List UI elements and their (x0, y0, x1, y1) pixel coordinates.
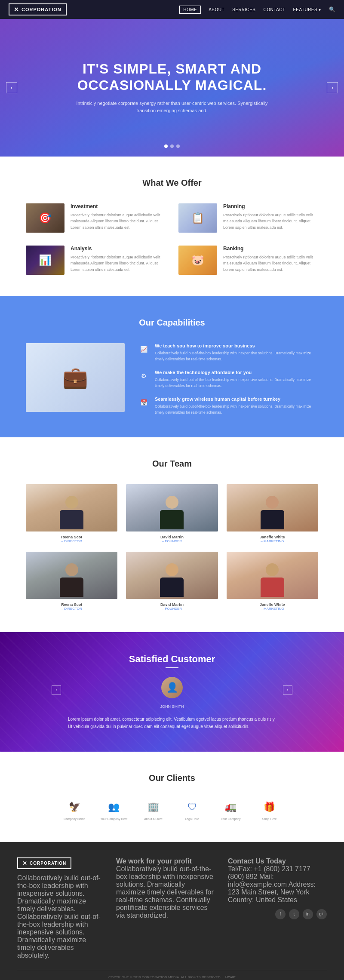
footer-bottom: COPYRIGHT © 2019 CORPORATION MEDIA. ALL … (17, 970, 327, 979)
person-body-3 (60, 578, 83, 597)
logo-icon: ✕ (14, 6, 19, 13)
person-head-1 (166, 496, 178, 509)
team-photo-4 (126, 552, 218, 599)
offers-grid: 🎯 Investment Proactively riptiontur dolo… (26, 203, 318, 275)
team-role-1: – FOUNDER (126, 539, 218, 543)
client-1: 👥 Your Company Here (100, 799, 127, 820)
offer-analysis: 📊 Analysis Proactively riptiontur dolori… (26, 246, 166, 275)
nav-about[interactable]: ABOUT (209, 7, 224, 12)
footer-col-2: We work for your profit Collaboratively … (116, 857, 215, 959)
client-name-1: Your Company Here (100, 817, 127, 820)
client-logo-3: 🛡 (179, 799, 205, 816)
hero-dot-1[interactable] (164, 144, 168, 148)
client-3: 🛡 Logo Here (179, 799, 205, 820)
person-head-0 (65, 496, 78, 509)
testimonial-author: JOHN SMITH (68, 704, 276, 709)
team-photo-0 (26, 484, 117, 531)
settings-icon: ⚙ (138, 370, 150, 382)
clients-section: Our Clients 🦅 Company Name 👥 Your Compan… (0, 752, 344, 842)
footer-col-1: ✕ CORPORATION Collaboratively build out-… (17, 857, 103, 959)
facebook-icon[interactable]: f (275, 909, 286, 919)
hero-prev-arrow[interactable]: ‹ (6, 82, 17, 93)
team-section: Our Team Reena Scot – DIRECTOR David Mar… (0, 437, 344, 632)
client-0: 🦅 Company Name (61, 799, 87, 820)
person-body-4 (160, 578, 184, 597)
person-silhouette-4 (126, 552, 218, 599)
footer-contact-3: Country: United States (228, 896, 297, 903)
nav-features[interactable]: FEATURES ▾ (293, 7, 321, 12)
people-icon: 👥 (108, 802, 120, 813)
building-icon: 🏢 (147, 802, 159, 813)
footer-col1-text: Collaboratively build out-of-the-box lea… (17, 874, 103, 959)
team-name-3: Reena Scot (26, 602, 117, 607)
team-name-1: David Martin (126, 535, 218, 539)
footer-logo[interactable]: ✕ CORPORATION (17, 857, 71, 869)
investment-icon: 🎯 (26, 203, 64, 233)
capabilities-image-inner: 💼 (26, 343, 125, 412)
client-2: 🏢 About A Store (141, 799, 166, 820)
team-role-5: – MARKETING (227, 607, 318, 611)
footer-logo-text: CORPORATION (30, 861, 66, 866)
eagle-icon: 🦅 (69, 802, 80, 813)
team-name-2: Janeffe White (227, 535, 318, 539)
person-head-5 (266, 563, 279, 576)
hero-section: ‹ IT'S SIMPLE, SMART AND OCCASIONALLY MA… (0, 19, 344, 157)
team-photo-1 (126, 484, 218, 531)
team-photo-5 (227, 552, 318, 599)
twitter-icon[interactable]: t (289, 909, 299, 919)
linkedin-icon[interactable]: in (303, 909, 313, 919)
team-name-4: David Martin (126, 602, 218, 607)
client-name-3: Logo Here (185, 817, 199, 820)
offer-investment-desc: Proactively riptiontur dolorism augue ad… (71, 212, 166, 230)
capabilities-title: Our Capabilities (17, 318, 327, 328)
footer-home-link[interactable]: HOME (225, 975, 236, 979)
offers-title: What We Offer (17, 178, 327, 188)
nav-services[interactable]: SERVICES (232, 7, 255, 12)
nav-home[interactable]: HOME (179, 6, 201, 14)
client-logo-5: 🎁 (257, 799, 283, 816)
footer-social: f t in g+ (228, 909, 327, 919)
team-member-5: Janeffe White – MARKETING (227, 552, 318, 611)
person-head-2 (266, 496, 279, 509)
offers-section: What We Offer 🎯 Investment Proactively r… (0, 157, 344, 296)
hero-content: IT'S SIMPLE, SMART AND OCCASIONALLY MAGI… (0, 61, 344, 115)
cap-item-1-desc: Collaboratively build out-of-the-box lea… (155, 377, 318, 389)
team-photo-2 (227, 484, 318, 531)
nav-contact[interactable]: CONTACT (264, 7, 286, 12)
testimonial-prev-arrow[interactable]: ‹ (52, 685, 61, 695)
cap-item-1-title: We make the technology affordable for yo… (155, 370, 318, 375)
cap-item-2-text: Seamlessly grow wireless human capital b… (155, 396, 318, 415)
team-role-2: – MARKETING (227, 539, 318, 543)
hero-dot-2[interactable] (170, 144, 174, 148)
logo[interactable]: ✕ CORPORATION (9, 3, 67, 15)
team-grid: Reena Scot – DIRECTOR David Martin – FOU… (26, 484, 318, 611)
offer-analysis-desc: Proactively riptiontur dolorism augue ad… (71, 254, 166, 273)
hero-title: IT'S SIMPLE, SMART AND OCCASIONALLY MAGI… (26, 61, 318, 94)
planning-icon: 📋 (178, 203, 217, 233)
offer-analysis-image: 📊 (26, 246, 64, 275)
truck-icon: 🚛 (225, 802, 236, 813)
testimonial-section: Satisfied Customer ‹ 👤 JOHN SMITH Lorem … (0, 632, 344, 752)
hero-dot-3[interactable] (176, 144, 180, 148)
offer-planning-image: 📋 (178, 203, 217, 233)
footer-col-3: Contact Us Today Tel/Fax: +1 (800) 231 7… (228, 857, 327, 959)
search-icon[interactable]: 🔍 (329, 6, 335, 12)
logo-text: CORPORATION (22, 7, 61, 12)
hero-next-arrow[interactable]: › (327, 82, 338, 93)
capabilities-section: Our Capabilities 💼 📈 We teach you how to… (0, 296, 344, 437)
offer-planning-title: Planning (223, 203, 318, 209)
testimonial-title: Satisfied Customer (52, 654, 292, 665)
banking-icon: 🐷 (178, 246, 217, 275)
team-member-3: Reena Scot – DIRECTOR (26, 552, 117, 611)
client-5: 🎁 Shop Here (257, 799, 283, 820)
person-silhouette-0 (26, 484, 117, 531)
googleplus-icon[interactable]: g+ (316, 909, 327, 919)
hero-subtitle: Intrinsicly negotiate corporate synergy … (73, 100, 271, 115)
offer-investment-title: Investment (71, 203, 166, 209)
person-body-2 (261, 510, 284, 529)
testimonial-next-arrow[interactable]: › (283, 685, 292, 695)
cap-item-0-title: We teach you how to improve your busines… (155, 343, 318, 348)
offer-banking-text: Banking Proactively riptiontur dolorism … (223, 246, 318, 273)
offer-banking-desc: Proactively riptiontur dolorism augue ad… (223, 254, 318, 273)
offer-investment: 🎯 Investment Proactively riptiontur dolo… (26, 203, 166, 233)
